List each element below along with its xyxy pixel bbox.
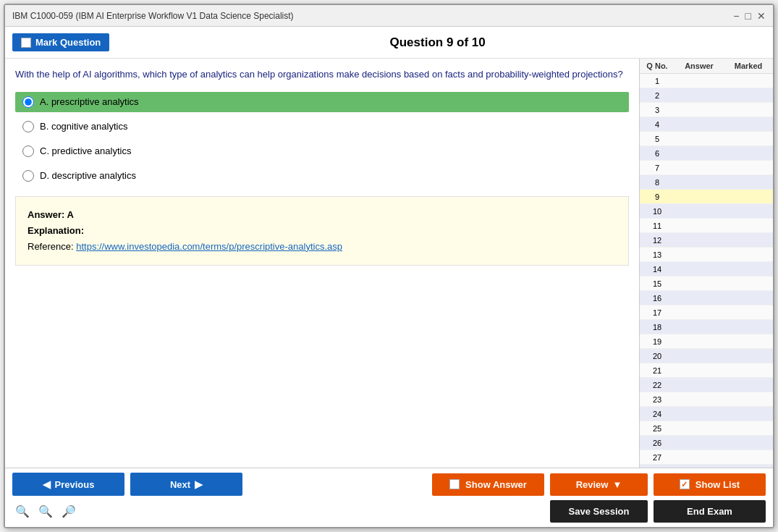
main-content: With the help of AI algorithms, which ty…: [5, 59, 773, 468]
explanation-label: Explanation:: [28, 225, 84, 236]
option-b[interactable]: B. cognitive analytics: [15, 117, 629, 137]
show-list-label: Show List: [695, 479, 740, 490]
save-session-button[interactable]: Save Session: [550, 500, 648, 523]
sidebar-row-num: 8: [643, 178, 672, 187]
zoom-in-button[interactable]: 🔎: [59, 503, 79, 520]
sidebar-row-num: 20: [643, 352, 672, 360]
bottom-row2: 🔍 🔍 🔎 Save Session End Exam: [12, 500, 766, 523]
main-window: IBM C1000-059 (IBM AI Enterprise Workflo…: [4, 4, 774, 528]
zoom-reset-button[interactable]: 🔍: [35, 503, 56, 520]
sidebar-row[interactable]: 8: [640, 175, 773, 190]
bottom-row1: ◀ Previous Next ▶ Show Answer Review ▼ ✓…: [12, 473, 766, 496]
sidebar-row-num: 21: [643, 366, 672, 375]
sidebar-row[interactable]: 3: [640, 103, 773, 117]
show-list-button[interactable]: ✓ Show List: [654, 473, 766, 496]
option-d[interactable]: D. descriptive analytics: [15, 166, 629, 186]
answer-box: Answer: A Explanation: Reference: https:…: [15, 196, 629, 266]
sidebar-row[interactable]: 17: [640, 305, 773, 320]
previous-arrow-icon: ◀: [43, 478, 51, 490]
previous-label: Previous: [55, 479, 95, 490]
sidebar-row[interactable]: 9: [640, 190, 773, 204]
next-arrow-icon: ▶: [195, 478, 203, 490]
window-title: IBM C1000-059 (IBM AI Enterprise Workflo…: [12, 11, 294, 21]
answer-label: Answer: A: [28, 209, 74, 220]
sidebar-row-num: 23: [643, 395, 672, 404]
sidebar-row[interactable]: 1: [640, 74, 773, 88]
sidebar-row[interactable]: 14: [640, 262, 773, 276]
option-b-radio[interactable]: [22, 121, 34, 132]
question-text: With the help of AI algorithms, which ty…: [15, 67, 629, 82]
minimize-icon[interactable]: −: [733, 10, 739, 22]
sidebar-row[interactable]: 5: [640, 132, 773, 146]
sidebar-header-answer: Answer: [672, 62, 727, 70]
option-a-radio[interactable]: [22, 96, 34, 108]
options-list: A. prescriptive analytics B. cognitive a…: [15, 92, 629, 186]
sidebar-row[interactable]: 15: [640, 276, 773, 291]
sidebar-header-marked: Marked: [727, 62, 770, 70]
sidebar-row[interactable]: 13: [640, 248, 773, 262]
toolbar: Mark Question Question 9 of 10: [5, 27, 773, 59]
show-answer-label: Show Answer: [465, 479, 527, 490]
previous-button[interactable]: ◀ Previous: [12, 473, 124, 496]
sidebar-row-num: 15: [643, 279, 672, 288]
sidebar-row[interactable]: 10: [640, 204, 773, 219]
zoom-controls: 🔍 🔍 🔎: [12, 503, 79, 520]
sidebar-row-num: 5: [643, 135, 672, 143]
end-exam-label: End Exam: [687, 506, 732, 517]
reference-line: Reference: https://www.investopedia.com/…: [28, 239, 617, 255]
sidebar-row[interactable]: 11: [640, 219, 773, 233]
review-button[interactable]: Review ▼: [550, 473, 648, 496]
option-a[interactable]: A. prescriptive analytics: [15, 92, 629, 112]
sidebar-header: Q No. Answer Marked: [640, 59, 773, 74]
sidebar: Q No. Answer Marked 1 2 3 4 5 6: [639, 59, 773, 468]
sidebar-row[interactable]: 26: [640, 436, 773, 450]
reference-prefix: Reference:: [28, 241, 76, 252]
option-c-radio[interactable]: [22, 145, 34, 157]
sidebar-row-num: 11: [643, 221, 672, 230]
sidebar-row-num: 16: [643, 294, 672, 303]
option-d-radio[interactable]: [22, 170, 34, 182]
zoom-out-button[interactable]: 🔍: [12, 503, 33, 520]
window-controls: − □ ✕: [733, 10, 766, 22]
review-label: Review: [576, 479, 609, 490]
sidebar-row[interactable]: 25: [640, 421, 773, 436]
sidebar-row[interactable]: 27: [640, 450, 773, 465]
sidebar-row[interactable]: 24: [640, 407, 773, 421]
sidebar-row[interactable]: 20: [640, 349, 773, 363]
sidebar-row[interactable]: 6: [640, 146, 773, 161]
sidebar-row-num: 13: [643, 250, 672, 259]
sidebar-row[interactable]: 21: [640, 363, 773, 378]
option-c[interactable]: C. predictive analytics: [15, 141, 629, 161]
next-label: Next: [170, 479, 190, 490]
sidebar-row[interactable]: 2: [640, 88, 773, 103]
maximize-icon[interactable]: □: [745, 10, 751, 22]
sidebar-row-num: 24: [643, 410, 672, 418]
sidebar-row[interactable]: 22: [640, 378, 773, 392]
sidebar-row-num: 18: [643, 323, 672, 332]
close-icon[interactable]: ✕: [757, 10, 766, 22]
mark-question-button[interactable]: Mark Question: [12, 33, 109, 51]
sidebar-row-num: 26: [643, 439, 672, 447]
mark-checkbox-icon: [21, 38, 31, 48]
sidebar-row[interactable]: 12: [640, 233, 773, 248]
option-b-label: B. cognitive analytics: [40, 121, 127, 132]
reference-link[interactable]: https://www.investopedia.com/terms/p/pre…: [76, 241, 342, 252]
sidebar-row[interactable]: 19: [640, 334, 773, 349]
sidebar-row[interactable]: 16: [640, 291, 773, 305]
sidebar-list[interactable]: 1 2 3 4 5 6 7 8: [640, 74, 773, 468]
sidebar-row-num: 12: [643, 236, 672, 245]
show-answer-button[interactable]: Show Answer: [432, 473, 544, 496]
sidebar-row[interactable]: 4: [640, 117, 773, 132]
show-answer-checkbox-icon: [449, 479, 460, 489]
sidebar-row-num: 7: [643, 164, 672, 172]
sidebar-row[interactable]: 18: [640, 320, 773, 334]
sidebar-header-qno: Q No.: [643, 62, 672, 70]
sidebar-row-num: 9: [643, 193, 672, 201]
next-button[interactable]: Next ▶: [130, 473, 242, 496]
sidebar-row[interactable]: 23: [640, 392, 773, 407]
answer-line: Answer: A: [28, 207, 617, 223]
end-exam-button[interactable]: End Exam: [654, 500, 766, 523]
sidebar-row[interactable]: 7: [640, 161, 773, 175]
save-session-label: Save Session: [569, 506, 630, 517]
option-c-label: C. predictive analytics: [40, 145, 131, 156]
